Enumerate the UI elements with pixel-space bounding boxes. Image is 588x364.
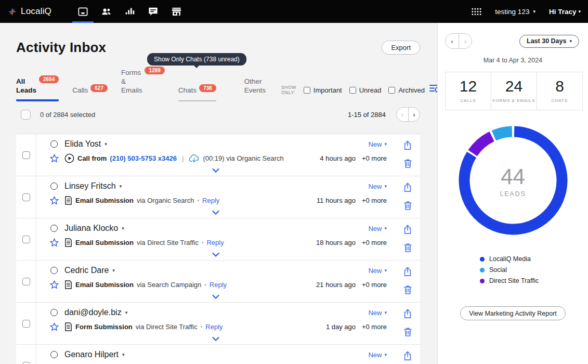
share-icon (403, 309, 412, 319)
star-icon[interactable] (49, 280, 59, 290)
tab-label: All Leads (16, 77, 36, 95)
event-source: via Direct Site Traffic (137, 239, 199, 246)
star-icon[interactable] (49, 153, 59, 163)
lead-stage-dropdown[interactable]: New ▾ (368, 183, 387, 190)
event-type: Call from (77, 154, 107, 162)
reports-tab[interactable] (118, 0, 141, 23)
checkbox[interactable] (349, 87, 356, 94)
chat-tab[interactable] (141, 0, 165, 23)
read-status-icon[interactable] (50, 183, 58, 190)
expand-row-chevron[interactable] (212, 334, 220, 344)
lead-row: Cedric Dare ▾ New ▾ (16, 261, 420, 303)
share-lead-button[interactable] (403, 140, 412, 150)
share-lead-button[interactable] (403, 267, 412, 277)
more-events-link[interactable]: +0 more (358, 154, 387, 162)
date-range-dropdown[interactable]: Last 30 Days ▾ (519, 35, 579, 48)
brand-logo[interactable]: LocaliQ (7, 6, 51, 17)
star-icon[interactable] (49, 238, 59, 248)
contacts-tab[interactable] (95, 0, 118, 23)
read-status-icon[interactable] (50, 140, 58, 148)
more-events-link[interactable]: +0 more (358, 281, 387, 289)
app-launcher-icon[interactable] (472, 8, 481, 16)
tab-all-leads[interactable]: All Leads 2654 (16, 77, 59, 101)
play-recording-icon[interactable] (64, 153, 74, 163)
leads-donut-chart: 44 LEADS (458, 125, 568, 238)
lead-stage-dropdown[interactable]: New ▾ (368, 267, 387, 275)
lead-row: Genaro Hilpert ▾ New ▾ (16, 345, 420, 364)
tab-other-events[interactable]: Other Events (244, 77, 266, 101)
row-checkbox[interactable] (22, 320, 30, 328)
event-description: Form Submission via Direct Site Traffic … (64, 322, 223, 331)
lead-stage-dropdown[interactable]: New ▾ (368, 225, 387, 232)
share-icon (403, 140, 412, 150)
expand-row-chevron[interactable] (212, 208, 220, 217)
lead-stage-dropdown[interactable]: New ▾ (368, 140, 387, 148)
read-status-icon[interactable] (50, 225, 58, 232)
more-events-link[interactable]: +0 more (358, 239, 387, 246)
share-lead-button[interactable] (403, 309, 412, 319)
storefront-tab[interactable] (165, 0, 188, 23)
phone-link[interactable]: (210) 503-5753 x3426 (110, 154, 177, 162)
lead-name[interactable]: Genaro Hilpert ▾ (64, 350, 125, 359)
star-icon[interactable] (49, 322, 59, 332)
chats-tooltip: Show Only Chats (738 unread) (147, 53, 246, 66)
checkbox[interactable] (304, 87, 310, 94)
reply-link[interactable]: Reply (202, 197, 219, 204)
row-checkbox[interactable] (22, 151, 30, 159)
expand-row-chevron[interactable] (212, 250, 220, 259)
export-button[interactable]: Export (382, 41, 420, 55)
read-status-icon[interactable] (50, 309, 58, 316)
lead-stage-dropdown[interactable]: New ▾ (368, 309, 387, 317)
lead-name[interactable]: dani@doyle.biz ▾ (64, 308, 127, 317)
chevron-down-icon: ▾ (384, 310, 387, 315)
expand-row-chevron[interactable] (212, 292, 220, 302)
read-status-icon[interactable] (50, 267, 58, 274)
view-report-button[interactable]: View Marketing Activity Report (460, 306, 566, 320)
lead-name[interactable]: Juliana Klocko ▾ (64, 224, 124, 233)
lead-name[interactable]: Cedric Dare ▾ (64, 266, 115, 275)
delete-lead-button[interactable] (403, 159, 412, 168)
share-lead-button[interactable] (403, 225, 412, 235)
expand-row-chevron[interactable] (212, 166, 220, 175)
delete-lead-button[interactable] (403, 327, 412, 337)
next-page-button[interactable]: › (408, 108, 420, 121)
share-lead-button[interactable] (403, 183, 412, 192)
lead-stage-dropdown[interactable]: New ▾ (368, 351, 387, 359)
lead-name[interactable]: Elida Yost ▾ (64, 139, 107, 149)
event-source: (00:19) via Organic Search (203, 154, 283, 162)
date-range-text: Mar 4 to Apr 3, 2024 (438, 57, 588, 64)
share-lead-button[interactable] (403, 351, 412, 361)
select-all-checkbox[interactable] (21, 110, 31, 120)
tab-count-badge: 2654 (39, 75, 59, 83)
prev-period-button[interactable]: ‹ (446, 34, 459, 48)
delete-lead-button[interactable] (403, 243, 412, 253)
reply-link[interactable]: Reply (206, 239, 224, 246)
delete-lead-button[interactable] (403, 201, 412, 211)
prev-page-button[interactable]: ‹ (397, 108, 408, 121)
account-selector[interactable]: testing 123 ▾ (495, 8, 535, 16)
more-events-link[interactable]: +0 more (358, 197, 387, 204)
stat-chats: 8 CHATS (537, 72, 582, 110)
reply-link[interactable]: Reply (210, 281, 227, 289)
row-checkbox[interactable] (22, 236, 30, 243)
row-checkbox[interactable] (22, 193, 30, 201)
star-icon[interactable] (49, 196, 59, 205)
download-recording-icon[interactable] (189, 154, 200, 163)
user-menu[interactable]: Hi Tracy ▾ (549, 8, 581, 16)
filter-archived[interactable]: Archived (388, 86, 425, 94)
tab-forms-emails[interactable]: Forms & Emails 1289 (121, 68, 165, 101)
next-period-button[interactable]: › (459, 34, 472, 48)
lead-name[interactable]: Linsey Fritsch ▾ (64, 181, 122, 191)
inbox-tab[interactable] (71, 0, 95, 23)
filter-important[interactable]: Important (304, 86, 342, 94)
row-checkbox[interactable] (22, 362, 30, 364)
delete-lead-button[interactable] (403, 285, 412, 295)
read-status-icon[interactable] (50, 351, 58, 358)
reply-link[interactable]: Reply (205, 323, 223, 331)
more-events-link[interactable]: +0 more (358, 323, 387, 331)
filter-unread[interactable]: Unread (349, 86, 382, 94)
row-checkbox[interactable] (22, 278, 30, 285)
tab-calls[interactable]: Calls 627 (72, 86, 108, 101)
checkbox[interactable] (388, 87, 395, 94)
tab-chats[interactable]: Chats 738 (178, 86, 216, 101)
